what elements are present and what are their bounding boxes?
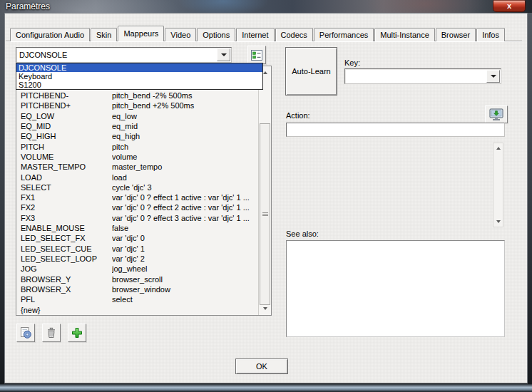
see-also-listbox[interactable] [286,240,505,337]
tab-performances[interactable]: Performances [314,28,374,41]
mapping-key: {new} [17,305,112,314]
triangle-up-icon [263,71,267,74]
mapping-row[interactable]: FX2var 'djc' 0 ? effect 2 active : var '… [17,202,257,212]
titlebar[interactable]: Paramètres [0,0,532,13]
mapping-action: select [112,294,257,304]
parametres-dialog: Paramètres x Configuration AudioSkinMapp… [0,0,532,392]
dropdown-option-djconsole[interactable]: DJCONSOLE [16,63,262,72]
scrollbar-thumb[interactable] [260,123,270,305]
delete-icon [45,326,58,339]
window-frame-bottom [0,384,532,392]
mapping-action: pitch_bend -2% 500ms [112,91,257,100]
mapping-row[interactable]: VOLUMEvolume [17,152,257,162]
dropdown-option-s1200[interactable]: S1200 [16,81,262,89]
mapping-action: eq_mid [112,121,257,131]
key-combobox[interactable] [344,68,501,84]
mapping-action: pitch_bend +2% 500ms [112,100,257,110]
mapping-action: var 'djc' 1 [112,244,257,254]
delete-mapping-button[interactable] [42,324,61,342]
mapping-action: eq_low [112,111,257,121]
mapper-device-value: DJCONSOLE [19,48,215,62]
mapping-row[interactable]: EQ_MIDeq_mid [17,121,257,131]
triangle-down-icon [496,220,501,223]
mapping-list-scrollbar[interactable] [258,66,271,315]
triangle-down-icon [263,307,267,310]
key-label: Key: [344,58,360,67]
action-description-scrollbar[interactable] [493,143,503,227]
mapping-row[interactable]: BROWSER_Ybrowser_scroll [17,274,257,284]
key-dropdown-button[interactable] [486,70,500,83]
mapping-action: volume [112,152,257,162]
mapper-device-combobox[interactable]: DJCONSOLE [16,47,232,63]
mapping-list[interactable]: PITCHBEND-pitch_bend -2% 500msPITCHBEND+… [16,66,272,316]
tab-browser[interactable]: Browser [436,28,476,41]
mapping-row[interactable]: SELECTcycle 'djc' 3 [17,182,257,192]
mapping-rows: PITCHBEND-pitch_bend -2% 500msPITCHBEND+… [17,91,257,314]
mapping-action: browser_scroll [112,274,257,284]
tab-codecs[interactable]: Codecs [275,28,313,41]
mapping-key: EQ_MID [17,121,112,131]
mapping-key: EQ_HIGH [17,131,112,141]
mapping-row[interactable]: PFLselect [17,294,257,304]
tab-infos[interactable]: Infos [476,28,505,41]
tab-skin[interactable]: Skin [91,28,117,41]
mapping-row[interactable]: LED_SELECT_FXvar 'djc' 0 [17,233,257,243]
close-icon: x [507,1,511,10]
mapping-key: EQ_LOW [17,111,112,121]
dropdown-option-keyboard[interactable]: Keyboard [16,72,262,81]
scroll-down-button[interactable] [493,217,503,226]
add-icon [71,326,83,339]
list-details-icon [251,50,262,61]
tab-internet[interactable]: Internet [236,28,274,41]
mapping-key: BROWSER_Y [17,274,112,284]
mapping-key: BROWSER_X [17,284,112,294]
auto-learn-label: Auto-Learn [292,67,330,76]
mapping-action: var 'djc' 0 ? effect 1 active : var 'djc… [112,192,257,202]
mapping-row[interactable]: BROWSER_Xbrowser_window [17,284,257,294]
tab-bar: Configuration AudioSkinMappeursVideoOpti… [10,27,506,41]
mapping-row[interactable]: FX1var 'djc' 0 ? effect 1 active : var '… [17,192,257,202]
mapping-row[interactable]: {new} [17,305,257,314]
ok-button[interactable]: OK [235,359,288,374]
mapping-row[interactable]: JOGjog_wheel [17,264,257,274]
mapping-row[interactable]: ENABLE_MOUSEfalse [17,223,257,233]
mapper-file-icon [19,326,32,339]
mapping-row[interactable]: FX3var 'djc' 0 ? effect 3 active : var '… [17,213,257,223]
mapping-row[interactable]: PITCHBEND-pitch_bend -2% 500ms [17,91,257,100]
mapping-action: eq_high [112,131,257,141]
mapping-row[interactable]: EQ_LOWeq_low [17,111,257,121]
mapping-key: FX2 [17,202,112,212]
mapping-row[interactable]: EQ_HIGHeq_high [17,131,257,141]
mapper-device-dropdown-list[interactable]: DJCONSOLEKeyboardS1200 [16,63,263,90]
tab-multi-instance[interactable]: Multi-Instance [374,28,434,41]
scroll-down-button[interactable] [259,303,271,314]
mapping-row[interactable]: LED_SELECT_CUEvar 'djc' 1 [17,244,257,254]
auto-learn-button[interactable]: Auto-Learn [285,47,337,96]
tab-configuration-audio[interactable]: Configuration Audio [10,28,90,41]
action-target-button[interactable] [485,105,508,123]
mapping-key: LED_SELECT_LOOP [17,254,112,264]
mapper-properties-button[interactable] [247,46,266,64]
tab-video[interactable]: Video [165,28,196,41]
scroll-up-button[interactable] [493,144,503,153]
tab-mappeurs[interactable]: Mappeurs [118,26,164,41]
mapper-file-button[interactable] [16,324,35,342]
mapping-action: master_tempo [112,162,257,172]
mapping-key: JOG [17,264,112,274]
ok-label: OK [256,362,267,371]
mapping-row[interactable]: MASTER_TEMPOmaster_tempo [17,162,257,172]
mapping-action: jog_wheel [112,264,257,274]
action-input[interactable] [286,123,505,137]
add-mapping-button[interactable] [68,324,86,342]
close-button[interactable]: x [493,0,526,12]
tab-options[interactable]: Options [197,28,235,41]
mapping-row[interactable]: LED_SELECT_LOOPvar 'djc' 2 [17,254,257,264]
mapping-row[interactable]: PITCHBEND+pitch_bend +2% 500ms [17,100,257,110]
mapping-key: ENABLE_MOUSE [17,223,112,233]
mapping-row[interactable]: LOADload [17,172,257,182]
chevron-down-icon [221,53,227,56]
mapping-row[interactable]: PITCHpitch [17,142,257,152]
mapper-device-dropdown-button[interactable] [217,48,230,61]
mapping-key: LED_SELECT_FX [17,233,112,243]
mapping-key: FX3 [17,213,112,223]
